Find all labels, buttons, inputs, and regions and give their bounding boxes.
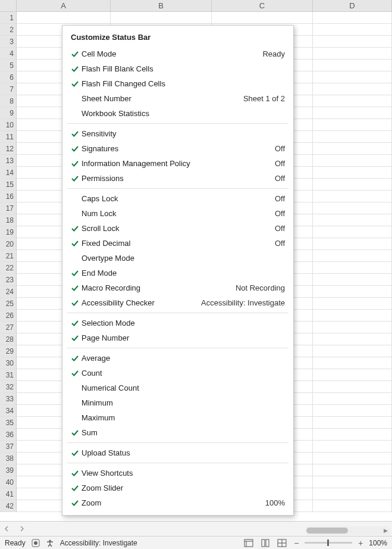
row-header[interactable]: 29 [0,345,17,357]
menu-item[interactable]: Maximum [62,410,293,425]
sheet-next-button[interactable] [14,526,29,532]
row-header[interactable]: 31 [0,369,17,381]
row-header[interactable]: 20 [0,238,17,250]
row-header[interactable]: 10 [0,119,17,131]
grid-cell[interactable] [313,453,392,464]
grid-cell[interactable] [313,441,392,453]
grid-cell[interactable] [313,214,392,226]
grid-cell[interactable] [313,131,392,143]
menu-item[interactable]: Selection Mode [62,316,293,330]
grid-cell[interactable] [313,298,392,310]
status-accessibility[interactable]: Accessibility: Investigate [60,539,137,547]
column-header[interactable]: B [111,0,212,11]
scroll-right-arrow-icon[interactable]: ▶ [381,526,390,535]
grid-cell[interactable] [313,60,392,71]
grid-cell[interactable] [313,464,392,476]
grid-cell[interactable] [313,107,392,119]
row-header[interactable]: 32 [0,381,17,393]
grid-cell[interactable] [313,226,392,238]
scrollbar-thumb[interactable] [306,528,348,534]
menu-item[interactable]: End Mode [62,266,293,280]
zoom-level[interactable]: 100% [369,539,387,547]
row-header[interactable]: 6 [0,71,17,83]
row-header[interactable]: 28 [0,333,17,345]
grid-cell[interactable] [313,286,392,298]
row-header[interactable]: 30 [0,357,17,369]
menu-item[interactable]: Macro RecordingNot Recording [62,280,293,295]
menu-item[interactable]: Num LockOff [62,206,293,221]
grid-cell[interactable] [313,488,392,500]
row-header[interactable]: 41 [0,488,17,500]
grid-cell[interactable] [313,262,392,274]
grid-cell[interactable] [313,345,392,357]
grid-cell[interactable] [313,381,392,393]
grid-cell[interactable] [313,12,392,24]
menu-item[interactable]: Page Number [62,330,293,345]
row-header[interactable]: 19 [0,226,17,238]
grid-cell[interactable] [313,322,392,333]
menu-item[interactable]: View Shortcuts [62,466,293,481]
zoom-out-button[interactable]: − [293,538,300,548]
row-header[interactable]: 33 [0,393,17,405]
column-header[interactable]: C [212,0,313,11]
column-header[interactable]: A [17,0,111,11]
row-header[interactable]: 1 [0,12,17,24]
row-header[interactable]: 14 [0,167,17,179]
grid-cell[interactable] [313,155,392,167]
view-normal-icon[interactable] [243,538,255,548]
grid-cell[interactable] [313,143,392,155]
row-header[interactable]: 35 [0,417,17,429]
row-header[interactable]: 42 [0,500,17,512]
row-header[interactable]: 36 [0,429,17,441]
column-header[interactable]: D [313,0,392,11]
row-header[interactable]: 16 [0,191,17,202]
row-header[interactable]: 25 [0,298,17,310]
menu-item[interactable]: Overtype Mode [62,251,293,266]
menu-item[interactable]: Numerical Count [62,380,293,395]
menu-item[interactable]: Average [62,351,293,366]
grid-cell[interactable] [313,369,392,381]
menu-item[interactable]: Sheet NumberSheet 1 of 2 [62,91,293,106]
menu-item[interactable]: Upload Status [62,445,293,460]
menu-item[interactable]: Information Management PolicyOff [62,156,293,171]
view-page-break-icon[interactable] [276,538,288,548]
row-header[interactable]: 12 [0,143,17,155]
row-header[interactable]: 27 [0,322,17,333]
row-header[interactable]: 38 [0,453,17,464]
grid-cell[interactable] [313,476,392,488]
zoom-slider-knob[interactable] [327,539,329,546]
grid-cell[interactable] [313,83,392,95]
grid-cell[interactable] [313,405,392,417]
grid-cell[interactable] [313,333,392,345]
row-header[interactable]: 2 [0,24,17,36]
menu-item[interactable]: Flash Fill Blank Cells [62,61,293,76]
sheet-prev-button[interactable] [0,526,14,532]
grid-cell[interactable] [313,500,392,512]
row-header[interactable]: 15 [0,179,17,191]
menu-item[interactable]: Count [62,366,293,380]
grid-cell[interactable] [313,119,392,131]
menu-item[interactable]: Zoom Slider [62,481,293,495]
grid-cell[interactable] [313,167,392,179]
view-page-layout-icon[interactable] [259,538,271,548]
zoom-in-button[interactable]: + [357,538,364,548]
grid-cell[interactable] [313,202,392,214]
row-header[interactable]: 39 [0,464,17,476]
grid-cell[interactable] [313,95,392,107]
row-header[interactable]: 34 [0,405,17,417]
menu-item[interactable]: Scroll LockOff [62,221,293,236]
row-header[interactable]: 17 [0,202,17,214]
menu-item[interactable]: Caps LockOff [62,191,293,206]
grid-cell[interactable] [111,12,212,24]
grid-cell[interactable] [313,71,392,83]
row-header[interactable]: 9 [0,107,17,119]
accessibility-icon[interactable] [46,539,54,547]
row-header[interactable]: 13 [0,155,17,167]
menu-item[interactable]: Fixed DecimalOff [62,236,293,251]
menu-item[interactable]: Flash Fill Changed Cells [62,76,293,91]
grid-cell[interactable] [313,24,392,36]
menu-item[interactable]: Accessibility CheckerAccessibility: Inve… [62,295,293,310]
menu-item[interactable]: Workbook Statistics [62,106,293,121]
grid-cell[interactable] [313,429,392,441]
grid-cell[interactable] [313,417,392,429]
